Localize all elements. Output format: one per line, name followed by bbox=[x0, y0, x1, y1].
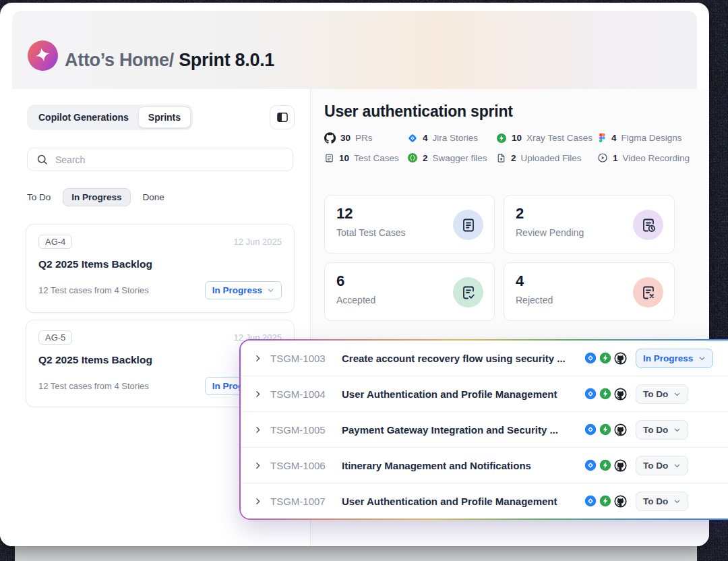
expand-row-button[interactable] bbox=[250, 354, 265, 363]
stat-value: 2 bbox=[423, 153, 428, 163]
sprint-status-dropdown[interactable]: In Progress bbox=[205, 281, 282, 299]
status-dropdown[interactable]: To Do bbox=[636, 456, 688, 475]
search-icon bbox=[36, 153, 49, 166]
filter-in-progress[interactable]: In Progress bbox=[63, 188, 130, 206]
test-case-row[interactable]: TSGM-1004 User Authentication and Profil… bbox=[241, 376, 728, 412]
sprint-card-footer: 12 Test cases from 4 Stories In Progress bbox=[38, 281, 282, 299]
test-case-id: TSGM-1006 bbox=[270, 460, 332, 471]
status-cell: In Progress bbox=[636, 349, 727, 368]
card-accepted: 6 Accepted bbox=[324, 262, 495, 321]
chevron-down-icon bbox=[673, 498, 681, 505]
sprint-card-header: AG-4 12 Jun 2025 bbox=[38, 235, 282, 249]
chevron-right-icon bbox=[253, 425, 262, 434]
document-lines-icon bbox=[460, 217, 477, 233]
stat-value: 1 bbox=[613, 153, 618, 163]
status-dropdown[interactable]: To Do bbox=[636, 384, 688, 404]
github-icon bbox=[614, 388, 627, 401]
test-case-id: TSGM-1005 bbox=[270, 424, 332, 436]
stat-label: Xray Test Cases bbox=[526, 133, 593, 143]
test-case-title: User Authentication and Profile Manageme… bbox=[342, 496, 557, 507]
xray-icon bbox=[599, 423, 611, 436]
stat-value: 30 bbox=[340, 133, 351, 143]
sprint-card-subtitle: 12 Test cases from 4 Stories bbox=[38, 381, 149, 391]
sprint-card-title: Q2 2025 Items Backlog bbox=[38, 258, 282, 270]
view-switcher: Copilot Generations Sprints bbox=[27, 105, 193, 130]
summary-cards: 12 Total Test Cases 2 Review Pending 6 A… bbox=[324, 195, 675, 321]
test-case-row[interactable]: TSGM-1005 Payment Gateway Integration an… bbox=[241, 412, 728, 448]
card-icon-bubble bbox=[453, 277, 483, 307]
screen: Atto’s Home/ Sprint 8.0.1 Copilot Genera… bbox=[0, 0, 728, 561]
status-dropdown[interactable]: In Progress bbox=[636, 349, 713, 368]
jira-icon bbox=[584, 495, 597, 507]
xray-icon bbox=[599, 352, 611, 364]
test-case-id: TSGM-1003 bbox=[270, 353, 332, 364]
search-input[interactable] bbox=[55, 154, 284, 165]
stat-label: Swagger files bbox=[433, 153, 487, 163]
chevron-down-icon bbox=[267, 287, 274, 294]
jira-icon bbox=[584, 388, 597, 400]
stat-label: Uploaded Files bbox=[521, 153, 582, 163]
expand-row-button[interactable] bbox=[250, 461, 265, 470]
chevron-right-icon bbox=[253, 390, 262, 398]
sparkle-icon bbox=[32, 45, 53, 66]
status-label: In Progress bbox=[643, 353, 693, 363]
test-case-title: Create account recovery flow using secur… bbox=[342, 353, 566, 364]
status-dropdown[interactable]: To Do bbox=[636, 420, 688, 440]
github-icon bbox=[614, 495, 627, 508]
github-icon bbox=[324, 132, 336, 144]
sprint-id-badge: AG-5 bbox=[38, 330, 72, 345]
breadcrumb: Atto’s Home/ bbox=[65, 50, 174, 70]
figma-icon bbox=[597, 133, 607, 143]
test-case-row[interactable]: TSGM-1003 Create account recovery flow u… bbox=[241, 341, 728, 376]
stat-xray-test-cases: 10 Xray Test Cases bbox=[496, 132, 597, 144]
stat-value: 4 bbox=[423, 133, 428, 143]
collapse-sidebar-button[interactable] bbox=[270, 105, 295, 129]
window-bottom-shadow bbox=[15, 545, 697, 561]
chevron-down-icon bbox=[673, 462, 681, 469]
video-icon bbox=[597, 152, 608, 163]
sprint-date: 12 Jun 2025 bbox=[233, 237, 282, 247]
sprint-heading: User authentication sprint bbox=[324, 102, 513, 121]
xray-icon bbox=[599, 495, 611, 507]
test-case-list-overlay: TSGM-1003 Create account recovery flow u… bbox=[239, 339, 728, 520]
filter-todo[interactable]: To Do bbox=[27, 192, 51, 202]
stat-label: PRs bbox=[355, 133, 373, 143]
sprint-id-badge: AG-4 bbox=[38, 235, 72, 249]
chevron-right-icon bbox=[253, 497, 262, 506]
github-icon bbox=[614, 352, 627, 365]
test-case-id: TSGM-1007 bbox=[270, 496, 332, 507]
sprint-card-subtitle: 12 Test cases from 4 Stories bbox=[38, 285, 149, 295]
upload-file-icon bbox=[496, 153, 506, 163]
jira-icon bbox=[584, 423, 597, 436]
stat-value: 10 bbox=[339, 153, 349, 163]
stat-value: 4 bbox=[611, 133, 617, 143]
sprint-card-ag4[interactable]: AG-4 12 Jun 2025 Q2 2025 Items Backlog 1… bbox=[26, 224, 295, 313]
test-case-row[interactable]: TSGM-1006 Itinerary Management and Notif… bbox=[241, 448, 728, 483]
status-cell: To Do bbox=[636, 492, 727, 511]
sprint-stats: 30 PRs 4 Jira Stories 10 Xray Test Cases… bbox=[324, 132, 690, 163]
filter-done[interactable]: Done bbox=[143, 192, 164, 202]
stat-label: Video Recording bbox=[623, 153, 690, 163]
panel-toggle-icon bbox=[276, 111, 289, 124]
github-icon bbox=[614, 423, 627, 436]
document-x-icon bbox=[640, 285, 657, 301]
status-label: To Do bbox=[643, 461, 668, 471]
swagger-icon bbox=[407, 152, 418, 163]
integration-icons bbox=[578, 459, 627, 472]
expand-row-button[interactable] bbox=[250, 390, 265, 398]
status-cell: To Do bbox=[636, 456, 727, 475]
stat-test-cases: 10 Test Cases bbox=[324, 152, 407, 163]
expand-row-button[interactable] bbox=[250, 425, 265, 434]
sprint-title: Sprint 8.0.1 bbox=[179, 50, 274, 70]
integration-icons bbox=[578, 388, 627, 401]
tab-sprints[interactable]: Sprints bbox=[138, 107, 191, 128]
test-case-row[interactable]: TSGM-1007 User Authentication and Profil… bbox=[241, 483, 728, 519]
test-case-id: TSGM-1004 bbox=[270, 388, 332, 400]
status-dropdown[interactable]: To Do bbox=[636, 492, 688, 511]
stat-label: Figma Designs bbox=[621, 133, 682, 143]
expand-row-button[interactable] bbox=[250, 497, 265, 506]
card-total-test-cases: 12 Total Test Cases bbox=[324, 195, 495, 254]
tab-copilot-generations[interactable]: Copilot Generations bbox=[29, 107, 138, 128]
stat-prs: 30 PRs bbox=[324, 132, 407, 144]
chevron-down-icon bbox=[673, 390, 681, 398]
